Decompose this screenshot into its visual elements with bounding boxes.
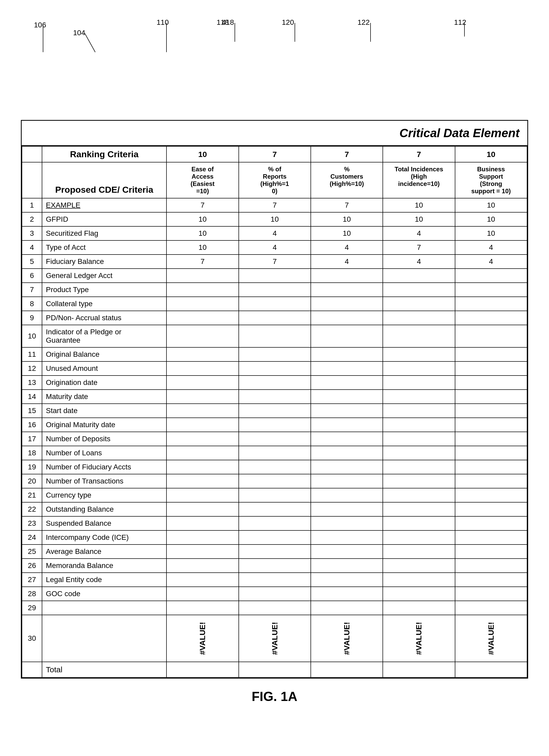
row-25-score-1 [166, 545, 238, 559]
row-17-score-2 [239, 432, 311, 446]
row-12-score-4 [383, 361, 455, 376]
row-5-score-5: 4 [455, 255, 527, 269]
row-label-27: Legal Entity code [42, 573, 166, 587]
table-row-28: 28GOC code [22, 587, 527, 601]
row-11-score-5 [455, 347, 527, 361]
row-2-score-5: 10 [455, 212, 527, 226]
header-num [22, 162, 42, 198]
row-30-val5: #VALUE! [455, 615, 527, 662]
row-18-score-3 [311, 446, 383, 460]
row-24-score-1 [166, 530, 238, 545]
row-15-score-3 [311, 404, 383, 418]
total-col1 [166, 662, 238, 678]
row-8-score-3 [311, 297, 383, 311]
weight-row: Ranking Criteria 10 7 7 7 10 [22, 146, 527, 162]
row-22-score-5 [455, 502, 527, 516]
row-26-score-3 [311, 559, 383, 573]
row-13-score-3 [311, 376, 383, 390]
row-23-score-1 [166, 516, 238, 530]
row-6-score-2 [239, 269, 311, 283]
row-label-5: Fiduciary Balance [42, 255, 166, 269]
row-num-10: 10 [22, 325, 42, 347]
row-label-23: Suspended Balance [42, 516, 166, 530]
total-row: Total [22, 662, 527, 678]
row-13-score-1 [166, 376, 238, 390]
row-19-score-5 [455, 460, 527, 474]
row-5-score-2: 7 [239, 255, 311, 269]
row-label-25: Average Balance [42, 545, 166, 559]
row-4-score-2: 4 [239, 240, 311, 255]
row-28-score-1 [166, 587, 238, 601]
row-8-score-2 [239, 297, 311, 311]
row-29-score-3 [311, 601, 383, 615]
row-num-17: 17 [22, 432, 42, 446]
table-row-29: 29 [22, 601, 527, 615]
row-30-label [42, 615, 166, 662]
header-criteria: Proposed CDE/ Criteria [42, 162, 166, 198]
row-26-score-1 [166, 559, 238, 573]
row-4-score-1: 10 [166, 240, 238, 255]
header-col2: % ofReports(High%=10) [239, 162, 311, 198]
table-row-8: 8Collateral type [22, 297, 527, 311]
row-3-score-3: 10 [311, 226, 383, 240]
row-12-score-2 [239, 361, 311, 376]
row-26-score-2 [239, 559, 311, 573]
weight-col3: 7 [311, 146, 383, 162]
row-15-score-4 [383, 404, 455, 418]
table-row-27: 27Legal Entity code [22, 573, 527, 587]
table-row-18: 18Number of Loans [22, 446, 527, 460]
row-5-score-3: 4 [311, 255, 383, 269]
row-12-score-1 [166, 361, 238, 376]
row-17-score-3 [311, 432, 383, 446]
row-label-6: General Ledger Acct [42, 269, 166, 283]
row-25-score-3 [311, 545, 383, 559]
row-13-score-5 [455, 376, 527, 390]
proposed-label: Proposed CDE/ Criteria [55, 185, 153, 195]
row-19-score-4 [383, 460, 455, 474]
row-13-score-4 [383, 376, 455, 390]
row-11-score-3 [311, 347, 383, 361]
row-6-score-5 [455, 269, 527, 283]
row-16-score-3 [311, 418, 383, 432]
header-col1: Ease ofAccess(Easiest=10) [166, 162, 238, 198]
row-9-score-5 [455, 311, 527, 325]
row-num-26: 26 [22, 559, 42, 573]
row-num-8: 8 [22, 297, 42, 311]
row-18-score-4 [383, 446, 455, 460]
weight-col2: 7 [239, 146, 311, 162]
row-num-19: 19 [22, 460, 42, 474]
row-28-score-3 [311, 587, 383, 601]
row-num-15: 15 [22, 404, 42, 418]
table-row-10: 10Indicator of a Pledge orGuarantee [22, 325, 527, 347]
row-30-val4: #VALUE! [383, 615, 455, 662]
row-label-22: Outstanding Balance [42, 502, 166, 516]
row-26-score-4 [383, 559, 455, 573]
row-19-score-3 [311, 460, 383, 474]
row-num-1: 1 [22, 198, 42, 212]
fig-label: FIG. 1A [21, 689, 528, 704]
row-30: 30 #VALUE! #VALUE! #VALUE! #VALUE! #VALU… [22, 615, 527, 662]
row-num-7: 7 [22, 283, 42, 297]
row-label-24: Intercompany Code (ICE) [42, 530, 166, 545]
row-16-score-5 [455, 418, 527, 432]
row-num-21: 21 [22, 488, 42, 502]
row-3-score-4: 4 [383, 226, 455, 240]
row-label-29 [42, 601, 166, 615]
row-25-score-5 [455, 545, 527, 559]
row-13-score-2 [239, 376, 311, 390]
row-3-score-2: 4 [239, 226, 311, 240]
table-row-6: 6General Ledger Acct [22, 269, 527, 283]
row-7-score-2 [239, 283, 311, 297]
row-10-score-4 [383, 325, 455, 347]
row-5-score-1: 7 [166, 255, 238, 269]
row-label-13: Origination date [42, 376, 166, 390]
row-label-12: Unused Amount [42, 361, 166, 376]
row-9-score-3 [311, 311, 383, 325]
column-header-row: Proposed CDE/ Criteria Ease ofAccess(Eas… [22, 162, 527, 198]
page-wrapper: 106 104 110 418 118 120 122 112 [21, 16, 528, 704]
row-label-18: Number of Loans [42, 446, 166, 460]
row-28-score-4 [383, 587, 455, 601]
row-25-score-4 [383, 545, 455, 559]
row-1-score-1: 7 [166, 198, 238, 212]
row-19-score-1 [166, 460, 238, 474]
